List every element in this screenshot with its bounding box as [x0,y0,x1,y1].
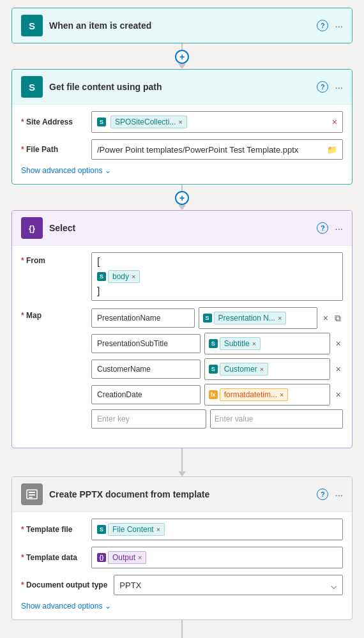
svg-rect-1 [29,492,35,493]
file-path-input[interactable]: /Power Point templates/PowerPoint Test T… [91,139,343,160]
map-key-3[interactable]: CreationDate [91,385,201,404]
template-data-input[interactable]: {} Output × [91,547,343,568]
output-type-value: PPTX [119,581,141,590]
get-file-more-button[interactable]: ··· [335,82,343,93]
map-val-tag-close-3[interactable]: × [280,391,284,399]
map-val-tag-close-2[interactable]: × [260,365,264,373]
output-type-label: Document output type [21,581,107,589]
map-row-empty: Enter key Enter value [91,409,343,429]
output-type-dropdown[interactable]: PPTX ⌵ [114,575,343,595]
site-address-tag-letter: S [97,118,106,126]
site-address-clear[interactable]: × [332,117,337,127]
map-label: Map [21,307,85,320]
map-val-tag-2: Customer × [220,363,268,376]
template-data-label: Template data [21,553,85,562]
select-header: {} Select ? ··· [12,211,352,245]
output-type-chevron-icon: ⌵ [331,579,337,591]
from-open-bracket: [ [97,257,337,267]
get-file-icon-letter: S [29,82,35,93]
connector-arrow-1 [178,64,186,69]
select-help-button[interactable]: ? [317,222,328,234]
template-file-row: Template file S File Content × [21,519,343,540]
create-pptx-show-advanced[interactable]: Show advanced options ⌄ [21,602,343,611]
connector-line-2 [181,185,183,191]
map-val-tag-1: Subtitle × [220,337,261,350]
create-pptx-icon-svg [26,488,38,501]
get-file-card: S Get file content using path ? ··· Site… [11,69,353,185]
connector-arrow-2 [178,205,186,210]
svg-rect-3 [29,497,33,498]
create-pptx-more-button[interactable]: ··· [335,489,343,500]
get-file-header: S Get file content using path ? ··· [12,70,352,104]
template-file-tag-close[interactable]: × [156,526,160,533]
map-val-tag-0: Presentation N... × [214,312,287,324]
site-address-tag-close[interactable]: × [178,118,182,126]
trigger-header: S When an item is created ? ··· [12,8,352,43]
map-key-2[interactable]: CustomerName [91,360,201,379]
get-file-body: Site Address S SPOSiteCollecti... × × Fi… [12,104,352,184]
select-more-button[interactable]: ··· [335,223,343,234]
create-pptx-header: Create PPTX document from template ? ··· [12,477,352,512]
map-key-0[interactable]: PresentationName [91,308,195,328]
map-key-1[interactable]: PresentationSubTitle [91,334,201,353]
map-row-delete-3[interactable]: × [334,388,343,401]
get-file-help-button[interactable]: ? [317,81,328,93]
connector-2: + [175,185,189,210]
create-pptx-body: Template file S File Content × Template … [12,512,352,619]
connector-line-4 [181,620,183,638]
map-row-delete-0[interactable]: × [321,312,330,324]
template-file-tag-icon: S [97,525,106,534]
map-val-empty[interactable]: Enter value [210,409,343,429]
map-row-actions-0: × ⧉ [321,312,343,325]
add-step-button-2[interactable]: + [175,191,189,205]
map-val-tag-3: formatdatetim... × [220,388,289,401]
from-body-tag-icon: S [97,272,106,281]
trigger-icon-letter: S [29,20,35,31]
trigger-help-button[interactable]: ? [317,20,328,31]
add-step-button-1[interactable]: + [175,50,189,64]
from-row: From [ S body × ] [21,252,343,301]
map-val-tag-close-1[interactable]: × [252,340,256,347]
map-val-3[interactable]: fx formatdatetim... × [204,384,330,406]
from-close-bracket: ] [97,286,337,296]
trigger-card: S When an item is created ? ··· [11,8,353,43]
file-path-label: File Path [21,145,85,154]
trigger-more-button[interactable]: ··· [335,20,343,31]
trigger-actions: ? ··· [317,20,343,31]
select-icon-letter: {} [29,224,35,233]
from-body-tag-close[interactable]: × [132,273,135,280]
create-pptx-icon [21,483,43,505]
get-file-show-advanced-label: Show advanced options [21,166,102,175]
create-pptx-help-button[interactable]: ? [317,489,328,500]
create-pptx-show-advanced-label: Show advanced options [21,602,102,611]
template-file-input[interactable]: S File Content × [91,519,343,540]
svg-rect-2 [29,494,35,496]
from-input[interactable]: [ S body × ] [91,252,343,301]
site-address-tag: SPOSiteCollecti... × [110,116,187,128]
map-row-delete-1[interactable]: × [334,337,343,350]
map-row-actions-1: × [334,337,343,350]
map-row-delete-2[interactable]: × [334,363,343,376]
create-pptx-card: Create PPTX document from template ? ···… [11,476,353,620]
map-val-tag-close-0[interactable]: × [278,314,282,322]
template-data-tag-close[interactable]: × [138,554,142,561]
map-row-copy-0[interactable]: ⧉ [333,312,343,325]
site-address-tag-icon: S [97,118,108,126]
map-row-1: PresentationSubTitle S Subtitle × × [91,333,343,354]
from-body-tag: body × [108,270,140,283]
file-path-row: File Path /Power Point templates/PowerPo… [21,139,343,160]
connector-1: + [175,43,189,69]
map-val-0[interactable]: S Presentation N... × [199,307,317,329]
map-val-1[interactable]: S Subtitle × [204,333,330,354]
template-file-label: Template file [21,525,85,534]
site-address-input[interactable]: S SPOSiteCollecti... × × [91,111,343,133]
map-key-empty[interactable]: Enter key [91,409,206,429]
site-address-row: Site Address S SPOSiteCollecti... × × [21,111,343,133]
template-file-tag: File Content × [108,523,165,536]
map-val-2[interactable]: S Customer × [204,358,330,380]
get-file-actions: ? ··· [317,81,343,93]
create-pptx-chevron-icon: ⌄ [105,602,111,611]
get-file-show-advanced[interactable]: Show advanced options ⌄ [21,166,343,175]
select-actions: ? ··· [317,222,343,234]
connector-3 [178,448,186,476]
